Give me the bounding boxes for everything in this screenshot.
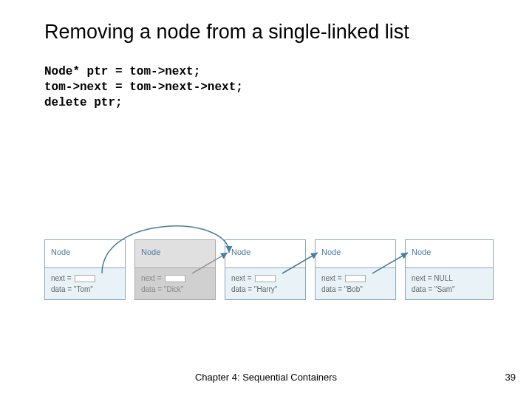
node-sam: Node next = NULL data = "Sam" <box>405 239 494 300</box>
node-next: next = NULL <box>412 273 487 284</box>
node-data: data = "Bob" <box>321 284 389 295</box>
node-next: next = <box>321 273 342 284</box>
node-label: Node <box>316 240 395 268</box>
footer-chapter: Chapter 4: Sequential Containers <box>0 372 532 383</box>
pointer-slot <box>75 275 95 282</box>
node-next: next = <box>231 273 252 284</box>
node-harry: Node next = data = "Harry" <box>225 239 306 300</box>
pointer-slot <box>165 275 185 282</box>
code-snippet: Node* ptr = tom->next; tom->next = tom->… <box>0 44 532 110</box>
node-data: data = "Harry" <box>231 284 299 295</box>
node-data: data = "Tom" <box>51 284 119 295</box>
pointer-slot <box>255 275 276 282</box>
page-title: Removing a node from a single-linked lis… <box>0 0 532 44</box>
node-next: next = <box>141 273 162 284</box>
node-bob: Node next = data = "Bob" <box>315 239 396 300</box>
footer-page-number: 39 <box>505 372 516 383</box>
node-data: data = "Dick" <box>141 284 209 295</box>
node-tom: Node next = data = "Tom" <box>44 239 126 300</box>
node-label: Node <box>135 240 215 268</box>
node-next: next = <box>51 273 72 284</box>
node-data: data = "Sam" <box>412 284 487 295</box>
node-label: Node <box>45 240 125 268</box>
node-dick-deleted: Node next = data = "Dick" <box>134 239 216 300</box>
pointer-slot <box>345 275 366 282</box>
linked-list-diagram: Node next = data = "Tom" Node next = dat… <box>44 200 502 325</box>
node-label: Node <box>406 240 493 268</box>
node-label: Node <box>225 240 305 268</box>
